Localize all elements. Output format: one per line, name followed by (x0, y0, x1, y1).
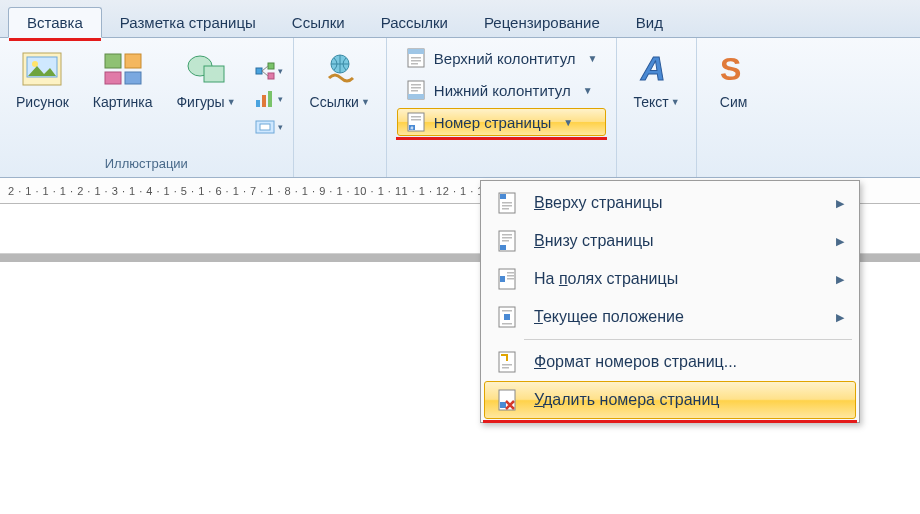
svg-text:A: A (640, 50, 666, 87)
screenshot-button[interactable] (254, 116, 276, 138)
hyperlink-icon (319, 48, 361, 90)
group-label-text (627, 154, 685, 175)
page-top-icon (492, 192, 522, 214)
menu-top-of-page[interactable]: Вверху страницы ▶ (484, 184, 856, 222)
illustrations-small-buttons: ▾ ▾ ▾ (254, 44, 283, 154)
tab-mailings[interactable]: Рассылки (363, 8, 466, 37)
menu-page-margins[interactable]: На полях страницы ▶ (484, 260, 856, 298)
svg-rect-31 (411, 116, 421, 118)
tab-page-layout[interactable]: Разметка страницы (102, 8, 274, 37)
clipart-label: Картинка (93, 94, 153, 110)
group-label-links (304, 154, 376, 175)
page-number-label: Номер страницы (434, 114, 551, 131)
links-label: Ссылки (310, 94, 359, 110)
menu-margins-label: На полях страницы (534, 270, 678, 288)
svg-rect-26 (411, 87, 421, 89)
tab-references[interactable]: Ссылки (274, 8, 363, 37)
svg-rect-58 (500, 402, 506, 408)
svg-rect-39 (502, 208, 509, 210)
svg-rect-25 (411, 84, 421, 86)
group-links: Ссылки▼ (294, 38, 387, 177)
clipart-button[interactable]: Картинка (87, 44, 159, 154)
svg-rect-24 (408, 94, 424, 99)
footer-label: Нижний колонтитул (434, 82, 571, 99)
svg-rect-48 (507, 275, 514, 277)
ribbon-tabstrip: Вставка Разметка страницы Ссылки Рассылк… (0, 0, 920, 38)
menu-bottom-label: Внизу страницы (534, 232, 654, 250)
svg-rect-52 (502, 310, 512, 312)
chevron-down-icon: ▼ (583, 85, 593, 96)
chevron-down-icon: ▾ (278, 122, 283, 132)
menu-top-label: Вверху страницы (534, 194, 663, 212)
chevron-down-icon: ▼ (563, 117, 573, 128)
tab-review[interactable]: Рецензирование (466, 8, 618, 37)
tab-view[interactable]: Вид (618, 8, 681, 37)
footer-button[interactable]: Нижний колонтитул ▼ (397, 76, 607, 104)
svg-rect-13 (262, 95, 266, 107)
menu-bottom-of-page[interactable]: Внизу страницы ▶ (484, 222, 856, 260)
chevron-down-icon: ▼ (227, 97, 236, 107)
wordart-icon: A (636, 48, 678, 90)
svg-rect-3 (105, 54, 121, 68)
text-box-button[interactable]: A Текст▼ (627, 44, 685, 154)
svg-rect-36 (500, 194, 506, 199)
svg-rect-16 (260, 124, 270, 130)
chevron-down-icon: ▼ (361, 97, 370, 107)
svg-rect-9 (256, 68, 262, 74)
svg-rect-41 (500, 245, 506, 250)
shapes-label: Фигуры (176, 94, 224, 110)
svg-text:#: # (410, 125, 413, 131)
submenu-arrow-icon: ▶ (836, 273, 844, 286)
svg-point-2 (32, 61, 38, 67)
svg-rect-14 (268, 91, 272, 107)
header-icon (406, 48, 426, 68)
svg-rect-22 (411, 63, 418, 65)
current-position-icon (492, 306, 522, 328)
menu-remove-label: Удалить номера страниц (534, 391, 719, 409)
svg-rect-46 (500, 276, 505, 282)
header-button[interactable]: Верхний колонтитул ▼ (397, 44, 607, 72)
svg-rect-4 (125, 54, 141, 68)
smartart-button[interactable] (254, 60, 276, 82)
svg-rect-27 (411, 90, 418, 92)
submenu-arrow-icon: ▶ (836, 235, 844, 248)
svg-rect-21 (411, 60, 421, 62)
page-margins-icon (492, 268, 522, 290)
footer-icon (406, 80, 426, 100)
format-numbers-icon (492, 351, 522, 373)
svg-rect-43 (502, 237, 512, 239)
svg-rect-10 (268, 63, 274, 69)
svg-rect-8 (204, 66, 224, 82)
remove-numbers-icon (492, 389, 522, 411)
links-button[interactable]: Ссылки▼ (304, 44, 376, 154)
chevron-down-icon: ▾ (278, 66, 283, 76)
page-number-button[interactable]: # Номер страницы ▼ (397, 108, 607, 136)
page-number-icon: # (406, 112, 426, 132)
picture-icon (21, 48, 63, 90)
svg-rect-6 (125, 72, 141, 84)
menu-remove-page-numbers[interactable]: Удалить номера страниц (484, 381, 856, 419)
tab-insert[interactable]: Вставка (8, 7, 102, 38)
svg-rect-44 (502, 240, 509, 242)
picture-button[interactable]: Рисунок (10, 44, 75, 154)
svg-rect-51 (504, 314, 510, 320)
page-number-menu: Вверху страницы ▶ Внизу страницы ▶ На по… (480, 180, 860, 423)
chart-button[interactable] (254, 88, 276, 110)
svg-rect-47 (507, 272, 514, 274)
symbol-label: Сим (720, 94, 748, 110)
submenu-arrow-icon: ▶ (836, 197, 844, 210)
menu-current-label: Текущее положение (534, 308, 684, 326)
clipart-icon (102, 48, 144, 90)
svg-rect-37 (502, 202, 512, 204)
group-illustrations: Рисунок Картинка Фигуры▼ ▾ ▾ ▾ Иллюстрац… (0, 38, 294, 177)
menu-format-label: Формат номеров страниц... (534, 353, 737, 371)
symbol-button[interactable]: S Сим (707, 44, 761, 154)
group-symbols: S Сим (697, 38, 771, 177)
shapes-button[interactable]: Фигуры▼ (170, 44, 241, 154)
svg-rect-19 (408, 49, 424, 54)
svg-rect-32 (411, 119, 421, 121)
svg-rect-5 (105, 72, 121, 84)
menu-format-page-numbers[interactable]: Формат номеров страниц... (484, 343, 856, 381)
svg-rect-12 (256, 100, 260, 107)
menu-current-position[interactable]: Текущее положение ▶ (484, 298, 856, 336)
